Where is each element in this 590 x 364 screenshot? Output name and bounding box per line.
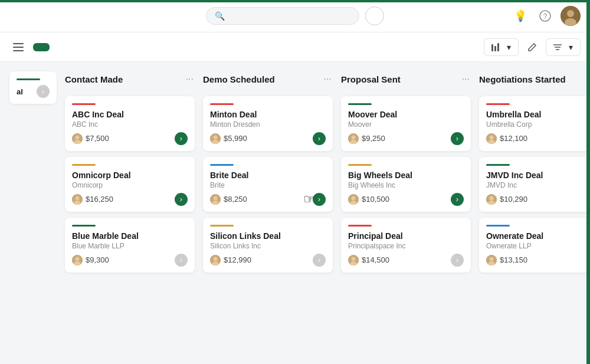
column-menu-demo-scheduled[interactable]: ··· (323, 74, 333, 84)
add-deal-button[interactable] (33, 43, 50, 51)
deal-avatar-minton (210, 133, 221, 144)
deal-footer-principal: $14,500 › (348, 254, 464, 267)
deal-card-minton[interactable]: Minton Deal Minton Dresden $5,990 › (203, 96, 333, 151)
deal-company-minton: Minton Dresden (210, 120, 326, 129)
deal-amount-blue-marble: $9,300 (86, 255, 109, 264)
svg-point-36 (352, 196, 356, 200)
deal-company-umbrella: Umbrella Corp (486, 120, 590, 129)
deal-card-jmvd[interactable]: JMVD Inc Deal JMVD Inc $10,290 › (479, 157, 590, 212)
deal-footer-silicon-links: $12,990 › (210, 254, 326, 267)
menu-icon[interactable] (9, 38, 27, 56)
deal-amount-abc-inc: $7,500 (86, 134, 109, 143)
svg-point-3 (567, 10, 574, 17)
svg-rect-9 (494, 46, 496, 51)
deal-footer-ownerate: $13,150 › (486, 254, 590, 267)
deal-amount-row-jmvd: $10,290 (486, 194, 527, 205)
svg-point-45 (490, 196, 494, 200)
search-input[interactable] (230, 11, 350, 21)
deal-card-partial-deal[interactable]: al › (9, 71, 57, 104)
deal-arrow-silicon-links[interactable]: › (313, 254, 326, 267)
deal-amount-jmvd: $10,290 (500, 195, 527, 204)
deal-arrow-abc-inc[interactable]: › (175, 132, 188, 145)
deal-card-umbrella[interactable]: Umbrella Deal Umbrella Corp $12,100 › (479, 96, 590, 151)
svg-point-33 (352, 135, 356, 139)
deal-card-principal[interactable]: Principal Deal Principalspace Inc $14,50… (341, 218, 471, 273)
deal-amount-row-umbrella: $12,100 (486, 133, 527, 144)
svg-point-48 (490, 257, 494, 261)
deal-bar-omnicorp (72, 164, 96, 166)
deal-title-principal: Principal Deal (348, 231, 464, 241)
deal-amount-minton: $5,990 (224, 134, 247, 143)
deal-arrow-minton[interactable]: › (313, 132, 326, 145)
column-demo-scheduled: Demo Scheduled··· Minton Deal Minton Dre… (203, 71, 333, 355)
svg-rect-7 (13, 50, 24, 51)
column-title-proposal-sent: Proposal Sent (341, 74, 401, 86)
column-negotiations-started: Negotiations Started··· Umbrella Deal Um… (479, 71, 590, 355)
toolbar-right: ▾ ▾ (484, 38, 581, 56)
everyone-filter-button[interactable]: ▾ (546, 38, 581, 56)
search-icon: 🔍 (215, 11, 225, 21)
edit-icon[interactable] (523, 38, 541, 56)
kanban-board: al › Contact Made··· ABC Inc Deal ABC In… (0, 62, 590, 364)
deal-bar-big-wheels (348, 164, 372, 166)
deal-footer-minton: $5,990 › (210, 132, 326, 145)
deal-card-abc-inc[interactable]: ABC Inc Deal ABC Inc $7,500 › (65, 96, 195, 151)
deal-amount-umbrella: $12,100 (500, 134, 527, 143)
deal-amount-big-wheels: $10,500 (362, 195, 389, 204)
deal-title-umbrella: Umbrella Deal (486, 110, 590, 119)
deal-company-big-wheels: Big Wheels Inc (348, 181, 464, 189)
column-menu-contact-made[interactable]: ··· (185, 74, 195, 84)
search-bar[interactable]: 🔍 (206, 7, 359, 25)
deal-card-ownerate[interactable]: Ownerate Deal Ownerate LLP $13,150 › (479, 218, 590, 273)
column-proposal-sent: Proposal Sent··· Moover Deal Moover $9,2… (341, 71, 471, 355)
toolbar: ▾ ▾ (0, 32, 590, 62)
deal-footer-moover: $9,250 › (348, 132, 464, 145)
deal-arrow-omnicorp[interactable]: › (175, 193, 188, 206)
everyone-chevron-icon: ▾ (569, 42, 573, 52)
top-bar: 🔍 💡 ? (0, 0, 590, 32)
deal-title-omnicorp: Omnicorp Deal (72, 170, 188, 180)
deal-arrow-moover[interactable]: › (451, 132, 464, 145)
deal-arrow-big-wheels[interactable]: › (451, 193, 464, 206)
deal-company-ownerate: Ownerate LLP (486, 242, 590, 250)
deal-avatar-silicon-links (210, 255, 221, 265)
deal-avatar-abc-inc (72, 133, 83, 144)
right-border-decoration (586, 0, 590, 364)
deal-company-blue-marble: Blue Marble LLP (72, 242, 188, 250)
deal-card-blue-marble[interactable]: Blue Marble Deal Blue Marble LLP $9,300 … (65, 218, 195, 273)
deal-arrow-blue-marble[interactable]: › (175, 254, 188, 267)
svg-point-15 (76, 135, 80, 139)
sales-chevron-icon: ▾ (507, 42, 511, 52)
deal-arrow-principal[interactable]: › (451, 254, 464, 267)
deal-arrow-icon[interactable]: › (37, 85, 50, 98)
deal-avatar-big-wheels (348, 194, 359, 205)
deal-company-moover: Moover (348, 120, 464, 129)
column-menu-proposal-sent[interactable]: ··· (461, 74, 471, 84)
deal-bar-moover (348, 103, 372, 105)
column-title-negotiations-started: Negotiations Started (479, 74, 566, 86)
deal-title-silicon-links: Silicon Links Deal (210, 231, 326, 241)
deal-title-ownerate: Ownerate Deal (486, 231, 590, 241)
deal-title-big-wheels: Big Wheels Deal (348, 170, 464, 180)
deal-card-silicon-links[interactable]: Silicon Links Deal Silicon Links Inc $12… (203, 218, 333, 273)
avatar[interactable] (560, 6, 581, 26)
deal-footer-omnicorp: $16,250 › (72, 193, 188, 206)
add-button[interactable] (365, 6, 384, 25)
deal-card-omnicorp[interactable]: Omnicorp Deal Omnicorp $16,250 › (65, 157, 195, 212)
help-icon[interactable]: ? (536, 6, 555, 25)
deal-amount-row-abc-inc: $7,500 (72, 133, 109, 144)
deal-title: al (17, 87, 23, 96)
deal-amount-ownerate: $13,150 (500, 255, 527, 264)
deal-title-minton: Minton Deal (210, 110, 326, 119)
deal-card-big-wheels[interactable]: Big Wheels Deal Big Wheels Inc $10,500 › (341, 157, 471, 212)
deal-bar-minton (210, 103, 234, 105)
deal-amount-omnicorp: $16,250 (86, 195, 113, 204)
deal-card-brite[interactable]: Brite Deal Brite $8,250 › ☞ (203, 157, 333, 212)
lightbulb-icon[interactable]: 💡 (511, 6, 530, 25)
sales-view-button[interactable]: ▾ (484, 38, 519, 56)
deal-bar-blue-marble (72, 225, 96, 227)
deal-bar-umbrella (486, 103, 510, 105)
deal-avatar-blue-marble (72, 255, 83, 265)
deal-card-moover[interactable]: Moover Deal Moover $9,250 › (341, 96, 471, 151)
deal-arrow-brite[interactable]: › (313, 193, 326, 206)
